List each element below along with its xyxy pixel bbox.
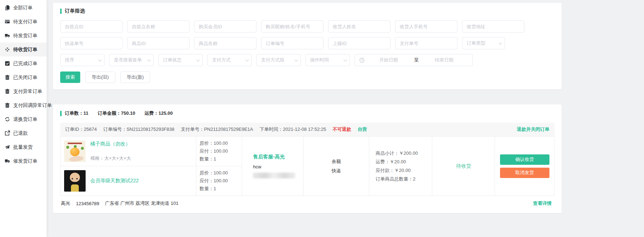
buyer-member-id-input[interactable]: [194, 20, 256, 33]
export-old-button[interactable]: 导出(旧): [85, 71, 115, 83]
order-status-select[interactable]: 订单状态: [158, 54, 203, 66]
product-image-orange: [64, 140, 86, 162]
receiver-address-input[interactable]: [462, 20, 524, 33]
filter-row-1: [60, 20, 554, 33]
sidebar-item-pending-receipt[interactable]: 待收货订单: [0, 43, 47, 56]
pickup-name-input[interactable]: [127, 20, 189, 33]
quantity: 数量：1: [200, 155, 240, 163]
pay-method-select[interactable]: 支付方式: [207, 54, 252, 66]
sidebar-item-payment-callback-error[interactable]: 支付回调异常订单: [0, 98, 47, 112]
copy-icon: [5, 5, 10, 10]
order-header: 订单ID：25674 订单编号：SN211208175293F838 支付单号：…: [60, 123, 554, 136]
product-name-link[interactable]: 橘子商品（勿改）: [90, 141, 131, 147]
filter-title-text: 订单筛选: [65, 8, 85, 14]
sync-icon: [5, 117, 10, 122]
masked-phone: [253, 173, 295, 178]
pay-method-group-select[interactable]: 支付方式组: [256, 54, 301, 66]
order-type-select[interactable]: 订单类型: [462, 37, 505, 49]
sidebar-item-all-orders[interactable]: 全部订单: [0, 1, 47, 15]
view-detail-link[interactable]: 查看详情: [533, 200, 554, 207]
sidebar-item-pending-payment[interactable]: 待支付订单: [0, 15, 47, 29]
service-agent-title: 售后客服-高光: [253, 154, 303, 160]
pickup-id-input[interactable]: [60, 20, 122, 33]
sidebar-item-closed[interactable]: 已关闭订单: [0, 70, 47, 84]
table-row: 橘子商品（勿改） 规格：大+大+大+大 原价：100.00 应付：100.00 …: [61, 137, 554, 166]
truck-icon: [5, 158, 10, 164]
sidebar-item-refunded[interactable]: 已退款: [0, 126, 47, 140]
sidebar-item-return-exchange[interactable]: 退换货订单: [0, 112, 47, 126]
original-price: 原价：100.00: [200, 169, 240, 177]
first-order-select[interactable]: 是否搜索首单: [109, 54, 154, 66]
clock-icon: [359, 58, 365, 63]
filter-row-2: 订单类型: [60, 37, 554, 49]
sidebar-item-batch-shipment[interactable]: 批量发货: [0, 140, 47, 154]
service-contact-name: hcw: [253, 164, 303, 169]
pay-sn-input[interactable]: [395, 37, 457, 49]
cancel-shipment-button[interactable]: 取消发货: [500, 168, 549, 178]
price-cell-1: 原价：100.00 应付：100.00 数量：1: [196, 137, 242, 166]
trash-icon: [5, 89, 10, 94]
product-cell-2: 会员等级天数测试222: [61, 166, 196, 196]
product-id-input[interactable]: [127, 37, 189, 49]
non-refundable-badge: 不可退款: [332, 126, 351, 133]
sidebar-item-pending-shipment[interactable]: 待发货订单: [0, 29, 47, 43]
confirm-receipt-button[interactable]: 确认收货: [500, 154, 549, 165]
sidebar-item-label: 已退款: [13, 130, 28, 137]
pay-method-group-select-value: 支付方式组: [261, 57, 284, 63]
refund-close-order-link[interactable]: 退款并关闭订单: [517, 126, 549, 133]
check-square-icon: [5, 61, 10, 66]
buyer-nickname-input[interactable]: [261, 20, 323, 33]
sidebar-item-label: 待发货订单: [13, 33, 38, 39]
product-name-link[interactable]: 会员等级天数测试222: [90, 178, 139, 184]
sidebar-item-label: 催发货订单: [13, 158, 38, 164]
sidebar-item-label: 支付回调异常订单: [13, 102, 52, 109]
first-order-select-value: 是否搜索首单: [114, 57, 142, 63]
product-cell-1: 橘子商品（勿改） 规格：大+大+大+大: [61, 137, 196, 166]
order-items-table: 橘子商品（勿改） 规格：大+大+大+大 原价：100.00 应付：100.00 …: [60, 136, 554, 196]
operate-time-select[interactable]: 操作时间: [306, 54, 350, 66]
sidebar-item-label: 批量发货: [13, 144, 33, 150]
receiver-phone: 123456789: [76, 201, 99, 206]
chevron-down-icon: [196, 58, 200, 61]
order-type-select-value: 订单类型: [467, 40, 485, 46]
summary-order-count: 订单数：11: [65, 110, 88, 117]
product-spec: 规格：大+大+大+大: [90, 155, 131, 162]
product-name-input[interactable]: [194, 37, 256, 49]
self-operated-badge: 自营: [357, 126, 367, 133]
trash-icon: [5, 75, 10, 80]
sort-select[interactable]: 排序: [60, 54, 105, 66]
payable-price: 应付：100.00: [200, 177, 240, 185]
receiver-name-input[interactable]: [328, 20, 390, 33]
order-card: 订单ID：25674 订单编号：SN211208175293F838 支付单号：…: [60, 123, 554, 208]
receiver-name: 高光: [61, 200, 70, 207]
order-id: 订单ID：25674: [65, 126, 97, 133]
order-summary: 订单数：11 订单金额：750.10 运费：125.00: [60, 110, 554, 117]
receive-arrows-icon: [5, 47, 10, 52]
sidebar-item-urge-shipment[interactable]: 催发货订单: [0, 154, 47, 168]
order-filter-panel: 订单筛选 订单类型 排序: [53, 3, 562, 89]
chevron-down-icon: [343, 58, 347, 61]
date-range-picker[interactable]: 开始日期 至 结束日期: [355, 54, 473, 66]
sidebar: 全部订单 待支付订单 待发货订单 待收货订单 已完成订单 已关闭订单: [0, 0, 47, 237]
chevron-down-icon: [245, 58, 249, 61]
sidebar-item-label: 已完成订单: [13, 60, 38, 67]
tracking-number-input[interactable]: [60, 37, 122, 49]
chevron-down-icon: [294, 58, 298, 61]
sidebar-item-label: 退换货订单: [13, 116, 38, 123]
parent-id-input[interactable]: [328, 37, 390, 49]
chevron-down-icon: [499, 41, 502, 45]
after-sale-service-cell: 售后客服-高光 hcw: [242, 137, 303, 196]
order-sn-input[interactable]: [261, 37, 323, 49]
title-accent-bar: [60, 9, 62, 14]
search-button[interactable]: 搜索: [60, 71, 80, 83]
sidebar-item-payment-error[interactable]: 支付异常订单: [0, 84, 47, 98]
order-created-at: 下单时间：2021-12-08 17:52:25: [260, 126, 326, 133]
summary-shipping-fee: 运费：125.00: [145, 110, 173, 117]
start-date-placeholder: 开始日期: [365, 57, 413, 63]
export-new-button[interactable]: 导出(新): [120, 71, 150, 83]
sidebar-item-completed[interactable]: 已完成订单: [0, 56, 47, 70]
order-pay-sn: 支付单号：PN21120817529E9E1A: [181, 126, 253, 133]
summary-accent-bar: [60, 111, 62, 116]
sidebar-item-label: 已关闭订单: [13, 74, 38, 81]
receiver-phone-input[interactable]: [395, 20, 457, 33]
